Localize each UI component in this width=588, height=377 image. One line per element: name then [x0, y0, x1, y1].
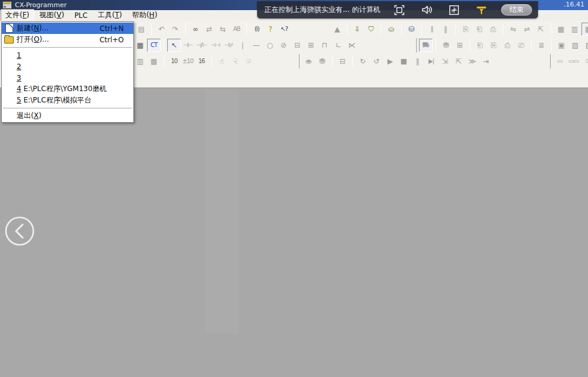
simulator-step-in-button[interactable]: ⇲ [438, 55, 452, 68]
file-menu-item-exit[interactable]: 退出(X) [2, 110, 133, 121]
simulator-run-button[interactable]: ▶ [383, 55, 397, 68]
file-menu-item-recent-2[interactable]: 2 [2, 61, 133, 72]
io-table-button[interactable]: ▦ [554, 23, 568, 36]
plc-settings-button[interactable]: ▥ [568, 23, 581, 36]
decimal-monitor-button[interactable]: 10 [167, 55, 181, 68]
context-help-button[interactable]: ↖? [277, 23, 291, 36]
stack-view-button[interactable]: ⛃ [439, 39, 453, 52]
new-instruction-button[interactable]: ⊟ [290, 39, 304, 52]
monitor-view-button[interactable]: ▣ [555, 39, 568, 52]
menu-file[interactable]: 文件(F) [1, 9, 34, 22]
simulator-step-button[interactable]: ▶| [424, 55, 438, 68]
file-menu-item-recent-4[interactable]: 4 E:\PLC程序\YGM130磨机 [2, 83, 133, 95]
replace-in-project-button[interactable]: ⇆ [216, 23, 230, 36]
simulator-run-to-button[interactable]: ⇥ [479, 55, 493, 68]
end-session-button[interactable]: 结束 [501, 4, 532, 15]
toolbar-separator [151, 23, 152, 35]
grid-toggle-button[interactable]: ▦ [133, 39, 147, 52]
remote-back-button[interactable] [4, 215, 35, 247]
data-trace-button[interactable]: ▥ [133, 55, 147, 68]
save-trace-button[interactable]: ⛂ [302, 55, 315, 68]
plc-online-button[interactable]: ⛟ [419, 39, 433, 52]
cross-reference-button[interactable]: ▧ [582, 39, 588, 52]
new-instruction-2-button[interactable]: ⊞ [304, 39, 318, 52]
simulator-pause-button[interactable]: ∥ [411, 55, 424, 68]
new-or-contact-button[interactable]: ⊣⊣ [208, 39, 222, 52]
menu-help[interactable]: 帮助(H) [127, 9, 162, 22]
find-button[interactable]: ∞ [189, 23, 202, 36]
paste-button[interactable]: ▤ [135, 23, 148, 36]
compare-with-plc-button[interactable]: ⎙ [486, 23, 500, 36]
file-menu-item-recent-1[interactable]: 1 [2, 49, 133, 61]
signed-decimal-monitor-button[interactable]: ±10 [181, 55, 195, 68]
select-mode-button[interactable]: ↖ [167, 39, 181, 52]
transfer-options-button[interactable]: ⛁ [405, 23, 418, 36]
download-to-simulator-button[interactable]: ⛉ [364, 23, 378, 36]
component-2-button[interactable]: ▭▭ [567, 55, 580, 68]
menu-plc[interactable]: PLC [70, 10, 92, 21]
file-menu-item-recent-3[interactable]: 3 [2, 72, 133, 83]
delete-section-button[interactable]: ⎘ [487, 39, 501, 52]
force-on-button[interactable]: ☝ [215, 55, 229, 68]
file-menu-item-open[interactable]: 打开(O)...Ctrl+O [2, 34, 133, 45]
hex-monitor-button[interactable]: 16 [195, 55, 208, 68]
replace-button[interactable]: ⇄ [202, 23, 216, 36]
remote-brand-button[interactable] [474, 4, 489, 17]
new-contact-button[interactable]: ⊣⊢ [181, 39, 195, 52]
new-closed-or-contact-button[interactable]: ⊣⊬ [222, 39, 236, 52]
undo-button[interactable]: ↶ [155, 23, 168, 36]
vertical-line-button[interactable]: ∣ [236, 39, 249, 52]
insert-section-button[interactable]: ⎗ [473, 39, 487, 52]
partial-transfer-2-button[interactable]: ⇌ [520, 23, 534, 36]
change-all-button[interactable]: AB [230, 23, 243, 36]
fullscreen-button[interactable] [392, 4, 407, 17]
rung-comment-button[interactable]: CT [147, 39, 161, 52]
toolbar-separator [551, 39, 552, 51]
force-cancel-button[interactable]: ☞ [242, 55, 256, 68]
menu-view[interactable]: 视图(V) [35, 9, 69, 22]
pause-button[interactable]: ∥ [439, 23, 452, 36]
transfer-options-icon: ⛁ [408, 26, 414, 33]
save-symbols-button[interactable]: ⛀ [384, 23, 398, 36]
load-trace-button[interactable]: ⛃ [315, 55, 329, 68]
time-chart-button[interactable]: ▦ [147, 55, 161, 68]
check-section-button[interactable]: ⎙ [501, 39, 514, 52]
simulator-step-out-button[interactable]: ⇱ [452, 55, 465, 68]
redo-button[interactable]: ↷ [168, 23, 182, 36]
help-contents-button[interactable]: ? [264, 23, 277, 36]
simulator-scan-run-button[interactable]: ↻ [356, 55, 370, 68]
pause-monitor-button[interactable]: ‖ [425, 23, 439, 36]
line-connect-button[interactable]: ∟ [331, 39, 345, 52]
show-properties-button[interactable]: (i) [250, 23, 264, 36]
calendar-button[interactable]: ⊞ [453, 39, 467, 52]
simulator-stop-button[interactable]: ■ [397, 55, 411, 68]
file-menu-item-new[interactable]: 新建(N)...Ctrl+N [2, 23, 133, 34]
partial-transfer-1-button[interactable]: ⇋ [506, 23, 520, 36]
new-closed-contact-button[interactable]: ⊣/⊢ [195, 39, 208, 52]
work-online-simulator-button[interactable]: ▲ [330, 23, 344, 36]
transfer-to-plc-button[interactable]: ⎘ [459, 23, 473, 36]
component-3-button[interactable]: ⍗ [580, 55, 588, 68]
comment-dialog-button[interactable]: ⊟ [336, 55, 349, 68]
menu-tools[interactable]: 工具(T) [93, 9, 127, 22]
component-1-button[interactable]: ▭ [553, 55, 567, 68]
transfer-from-plc-button[interactable]: ⎗ [473, 23, 486, 36]
online-edit-button[interactable]: ⇩ [351, 23, 364, 36]
symbols-list-button[interactable]: ≣ [534, 39, 548, 52]
memory-card-button[interactable]: ▦ [581, 23, 588, 36]
line-delete-button[interactable]: ⋉ [345, 39, 359, 52]
function-block-button[interactable]: ⊓ [318, 39, 331, 52]
new-closed-coil-button[interactable]: ⊘ [277, 39, 290, 52]
file-menu-item-recent-5[interactable]: 5 E:\PLC程序\模拟平台 [2, 95, 133, 106]
verify-button[interactable]: ⇱ [534, 23, 548, 36]
watch-window-button[interactable]: ▨ [568, 39, 582, 52]
simulator-step-run-button[interactable]: ↺ [370, 55, 383, 68]
volume-button[interactable] [419, 4, 434, 17]
new-coil-button[interactable]: ○ [263, 39, 277, 52]
simulator-continuous-button[interactable]: ≫ [465, 55, 479, 68]
new-coil-icon: ○ [267, 42, 273, 49]
horizontal-line-button[interactable]: — [249, 39, 263, 52]
move-section-button[interactable]: ⎚ [514, 39, 528, 52]
toolbox-button[interactable] [446, 4, 462, 17]
force-off-button[interactable]: ☟ [229, 55, 242, 68]
